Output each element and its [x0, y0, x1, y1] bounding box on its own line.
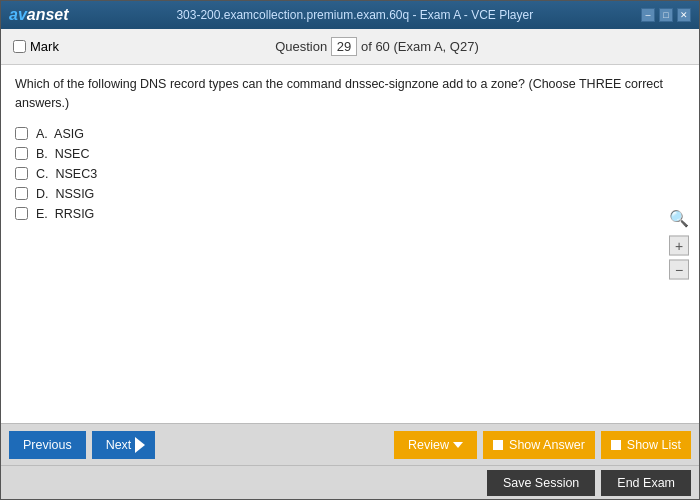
question-label: Question	[275, 39, 327, 54]
answer-label-c: C. NSEC3	[36, 167, 97, 181]
window-title: 303-200.examcollection.premium.exam.60q …	[176, 8, 533, 22]
answer-item-c: C. NSEC3	[15, 167, 685, 181]
answer-item-d: D. NSSIG	[15, 187, 685, 201]
answer-checkbox-c[interactable]	[15, 167, 28, 180]
save-session-button[interactable]: Save Session	[487, 470, 595, 496]
answer-checkbox-b[interactable]	[15, 147, 28, 160]
next-arrow-icon	[135, 437, 145, 453]
show-list-button[interactable]: Show List	[601, 431, 691, 459]
save-bar: Save Session End Exam	[1, 465, 699, 499]
zoom-in-button[interactable]: +	[669, 236, 689, 256]
review-label: Review	[408, 438, 449, 452]
mark-checkbox[interactable]	[13, 40, 26, 53]
show-list-label: Show List	[627, 438, 681, 452]
title-bar: avanset 303-200.examcollection.premium.e…	[1, 1, 699, 29]
answer-checkbox-a[interactable]	[15, 127, 28, 140]
minimize-button[interactable]: –	[641, 8, 655, 22]
previous-button[interactable]: Previous	[9, 431, 86, 459]
zoom-controls: 🔍 + −	[669, 209, 689, 280]
review-arrow-icon	[453, 442, 463, 448]
question-number: 29	[331, 37, 357, 56]
answer-item-b: B. NSEC	[15, 147, 685, 161]
answer-label-b: B. NSEC	[36, 147, 90, 161]
question-info: Question 29 of 60 (Exam A, Q27)	[67, 37, 687, 56]
search-icon[interactable]: 🔍	[669, 209, 689, 228]
review-button[interactable]: Review	[394, 431, 477, 459]
answer-label-d: D. NSSIG	[36, 187, 94, 201]
question-body: Which of the following DNS record types …	[1, 65, 699, 423]
answer-checkbox-e[interactable]	[15, 207, 28, 220]
mark-label: Mark	[30, 39, 59, 54]
mark-section: Mark	[13, 39, 59, 54]
close-button[interactable]: ✕	[677, 8, 691, 22]
answer-label-e: E. RRSIG	[36, 207, 94, 221]
answer-label-a: A. ASIG	[36, 127, 84, 141]
show-answer-label: Show Answer	[509, 438, 585, 452]
next-button[interactable]: Next	[92, 431, 156, 459]
answer-item-a: A. ASIG	[15, 127, 685, 141]
answers-list: A. ASIG B. NSEC C. NSEC3 D. NSSIG E. RR	[15, 127, 685, 221]
question-header: Mark Question 29 of 60 (Exam A, Q27)	[1, 29, 699, 65]
main-window: avanset 303-200.examcollection.premium.e…	[0, 0, 700, 500]
show-list-icon	[611, 440, 621, 450]
answer-checkbox-d[interactable]	[15, 187, 28, 200]
show-answer-icon	[493, 440, 503, 450]
question-text: Which of the following DNS record types …	[15, 75, 685, 113]
answer-item-e: E. RRSIG	[15, 207, 685, 221]
question-total: of 60 (Exam A, Q27)	[361, 39, 479, 54]
content-area: Mark Question 29 of 60 (Exam A, Q27) Whi…	[1, 29, 699, 499]
app-logo: avanset	[9, 6, 69, 24]
end-exam-button[interactable]: End Exam	[601, 470, 691, 496]
show-answer-button[interactable]: Show Answer	[483, 431, 595, 459]
next-label: Next	[106, 438, 132, 452]
zoom-out-button[interactable]: −	[669, 260, 689, 280]
maximize-button[interactable]: □	[659, 8, 673, 22]
window-controls: – □ ✕	[641, 8, 691, 22]
bottom-nav-bar: Previous Next Review Show Answer Show Li…	[1, 423, 699, 465]
